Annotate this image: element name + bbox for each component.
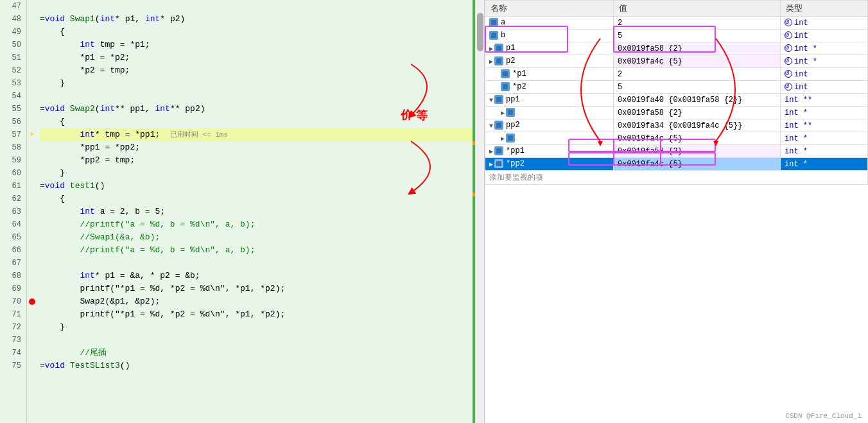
watch-table: 名称 值 类型 a 2 int b 5 int [485,0,868,185]
watch-type: int [781,17,868,30]
watch-type: int * [781,132,868,145]
type-icon [785,83,792,91]
code-scrollbar[interactable] [475,0,484,423]
var-icon [501,69,510,78]
code-line-current: int* tmp = *pp1; 已用时间 <= 1ms [40,128,475,141]
var-icon [494,121,503,130]
watch-value: 0x0019fa58 {2} [614,42,781,55]
watch-value: 5 [614,81,781,94]
code-line: *pp2 = tmp; [40,154,475,167]
green-bar-mid [473,145,475,193]
expand-arrow[interactable]: ▶ [501,135,505,142]
add-watch-row[interactable]: 添加要监视的项 [485,171,868,185]
code-line: { [40,193,475,205]
watch-row[interactable]: a 2 int [485,17,868,30]
type-icon [785,57,792,65]
watch-name: ▼pp2 [485,119,614,132]
code-line [40,257,475,270]
watch-row[interactable]: ▶*pp1 0x0019fa58 {2} int * [485,145,868,158]
type-icon [785,44,792,52]
code-line: printf("*p1 = %d, *p2 = %d\n", *p1, *p2)… [40,282,475,295]
code-line: } [40,167,475,180]
watch-row[interactable]: ▼pp1 0x0019fa40 {0x0019fa58 {2}} int ** [485,94,868,107]
watch-type: int [781,30,868,42]
code-panel: 47 48 49 50 51 52 53 54 55 56 57 58 59 6… [0,0,485,423]
code-line: //printf("a = %d, b = %d\n", a, b); [40,218,475,231]
expand-arrow[interactable]: ▼ [489,123,493,130]
code-line: *p2 = tmp; [40,64,475,77]
expand-arrow[interactable]: ▶ [489,148,493,155]
watch-row[interactable]: ▶p2 0x0019fa4c {5} int * [485,55,868,68]
code-line [40,90,475,103]
code-line [40,0,475,13]
var-icon [494,159,503,168]
code-line: int* p1 = &a, * p2 = &b; [40,270,475,282]
code-line: //printf("a = %d, b = %d\n", a, b); [40,244,475,257]
code-line: //Swap1(&a, &b); [40,231,475,244]
watch-name: ▶ [485,107,614,119]
type-icon [785,31,792,39]
watch-type: int * [781,42,868,55]
col-header-type: 类型 [781,1,868,17]
watch-row[interactable]: ▶ 0x0019fa4c {5} int * [485,132,868,145]
watch-name: ▶p2 [485,55,614,68]
watch-type: int * [781,55,868,68]
watch-name: b [485,30,614,42]
expand-arrow[interactable]: ▶ [501,109,505,117]
var-icon [494,56,503,65]
expand-arrow[interactable]: ▶ [489,160,493,168]
var-icon [489,31,498,40]
scrollbar-thumb[interactable] [477,13,483,51]
watch-value: 0x0019fa58 {2} [614,145,781,158]
watch-value: 5 [614,30,781,42]
code-line: //尾插 [40,347,475,359]
code-line: *p1 = *p2; [40,51,475,64]
watch-row[interactable]: ▼pp2 0x0019fa34 {0x0019fa4c {5}} int ** [485,119,868,132]
code-line: =void Swap1(int* p1, int* p2) [40,13,475,26]
expand-arrow[interactable]: ▶ [489,58,493,65]
type-icon [785,19,792,26]
watch-name: ▶*pp2 [485,158,614,171]
watch-type: int * [781,107,868,119]
watch-value: 0x0019fa40 {0x0019fa58 {2}} [614,94,781,107]
var-icon [494,146,503,155]
var-icon [506,108,515,117]
watch-row[interactable]: *p1 2 int [485,68,868,81]
watch-type: int [781,81,868,94]
watch-row[interactable]: ▶ 0x0019fa58 {2} int * [485,107,868,119]
watch-value: 0x0019fa4c {5} [614,158,781,171]
watch-name: *p1 [485,68,614,81]
watch-name: ▼pp1 [485,94,614,107]
code-line: printf("*p1 = %d, *p2 = %d\n", *p1, *p2)… [40,308,475,321]
watch-type: int * [781,145,868,158]
watch-value: 0x0019fa58 {2} [614,107,781,119]
var-icon [501,82,510,91]
var-icon [494,95,503,104]
expand-arrow[interactable]: ▼ [489,97,493,104]
main-container: 47 48 49 50 51 52 53 54 55 56 57 58 59 6… [0,0,868,423]
watch-type: int ** [781,94,868,107]
green-bar-bot [473,196,475,423]
watch-value: 0x0019fa34 {0x0019fa4c {5}} [614,119,781,132]
watch-row[interactable]: ▶p1 0x0019fa58 {2} int * [485,42,868,55]
watch-row[interactable]: b 5 int [485,30,868,42]
add-watch-label[interactable]: 添加要监视的项 [485,171,868,185]
green-bar-top [473,0,475,141]
var-icon [506,134,515,142]
watch-name: *p2 [485,81,614,94]
code-line: =void Swap2(int** pp1, int** pp2) [40,103,475,116]
code-line: { [40,26,475,39]
watch-wrapper: 名称 值 类型 a 2 int b 5 int [485,0,868,423]
watch-row[interactable]: *p2 5 int [485,81,868,94]
code-line: Swap2(&p1, &p2); [40,295,475,308]
watch-row-selected[interactable]: ▶*pp2 0x0019fa4c {5} int * [485,158,868,171]
var-icon [494,44,503,53]
expand-arrow[interactable]: ▶ [489,45,493,53]
type-icon [785,70,792,78]
watch-name: ▶*pp1 [485,145,614,158]
watch-type: int * [781,158,868,171]
watch-name: a [485,17,614,30]
code-line: =void TestSList3() [40,359,475,372]
code-line: =void test1() [40,180,475,193]
var-icon [489,18,498,27]
